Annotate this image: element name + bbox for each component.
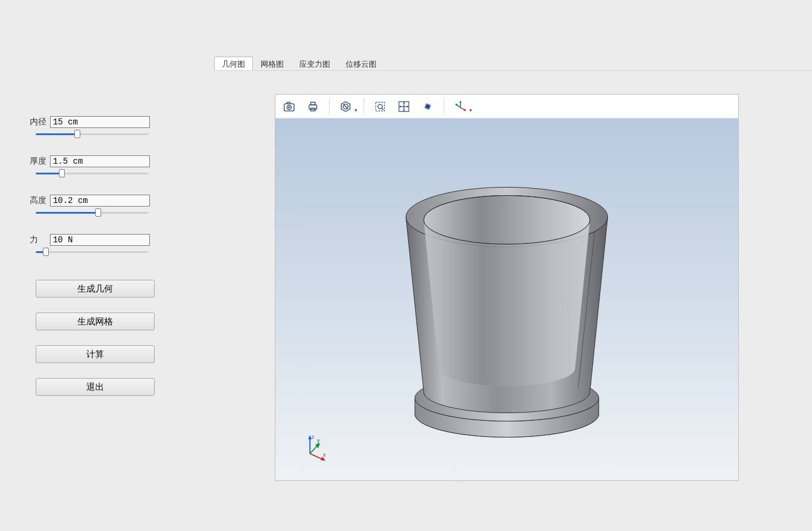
tab-stress[interactable]: 应变力图 xyxy=(291,57,338,71)
parameter-panel: 内径 厚度 高度 xyxy=(30,116,155,273)
axis-z-label: z xyxy=(312,434,315,440)
scene-canvas[interactable]: z x y xyxy=(275,118,738,480)
svg-point-2 xyxy=(288,106,290,108)
svg-rect-4 xyxy=(309,105,317,109)
svg-marker-23 xyxy=(459,100,462,102)
exit-button[interactable]: 退出 xyxy=(36,378,155,396)
print-icon[interactable] xyxy=(303,96,323,117)
param-label: 力 xyxy=(30,235,48,245)
param-inner-diameter: 内径 xyxy=(30,116,155,136)
generate-geometry-button[interactable]: 生成几何 xyxy=(36,280,155,298)
rotate-icon[interactable] xyxy=(418,96,438,117)
viewport-3d: ▾ ▾ xyxy=(275,94,739,481)
compute-button[interactable]: 计算 xyxy=(36,345,155,363)
pan-icon[interactable] xyxy=(394,96,414,117)
height-input[interactable] xyxy=(50,195,150,207)
thickness-input[interactable] xyxy=(50,155,150,167)
inner-diameter-input[interactable] xyxy=(50,116,150,128)
param-thickness: 厚度 xyxy=(30,155,155,176)
toolbar-separator xyxy=(444,98,444,115)
viewport-toolbar: ▾ ▾ xyxy=(275,95,738,118)
svg-point-32 xyxy=(424,195,590,244)
toolbar-separator xyxy=(329,98,330,115)
slider-thumb[interactable] xyxy=(43,248,49,256)
param-label: 高度 xyxy=(30,195,48,206)
zoom-box-icon[interactable] xyxy=(370,96,390,117)
axis-gizmo: z x y xyxy=(299,433,329,463)
camera-icon[interactable] xyxy=(279,96,299,117)
svg-rect-3 xyxy=(287,102,290,104)
param-height: 高度 xyxy=(30,195,155,215)
reset-icon[interactable] xyxy=(336,96,356,117)
toolbar-separator xyxy=(363,98,364,115)
tab-mesh[interactable]: 网格图 xyxy=(253,57,291,71)
force-input[interactable] xyxy=(50,234,150,246)
chevron-down-icon[interactable]: ▾ xyxy=(469,107,472,113)
slider-thumb[interactable] xyxy=(59,169,65,177)
action-button-group: 生成几何 生成网格 计算 退出 xyxy=(36,280,155,411)
model-cylinder xyxy=(275,118,738,480)
tab-displacement[interactable]: 位移云图 xyxy=(338,57,384,71)
axis-x-label: x xyxy=(323,452,326,458)
chevron-down-icon[interactable]: ▾ xyxy=(355,107,358,113)
tabbar-underline xyxy=(214,70,812,71)
svg-line-12 xyxy=(382,108,384,110)
force-slider[interactable] xyxy=(36,249,149,254)
slider-thumb[interactable] xyxy=(74,130,80,138)
svg-line-36 xyxy=(310,454,323,460)
svg-point-11 xyxy=(378,104,382,108)
param-force: 力 xyxy=(30,234,155,254)
thickness-slider[interactable] xyxy=(36,171,149,176)
inner-diameter-slider[interactable] xyxy=(36,132,149,136)
axis-y-label: y xyxy=(317,438,320,443)
param-label: 内径 xyxy=(30,117,48,127)
slider-thumb[interactable] xyxy=(95,208,101,217)
generate-mesh-button[interactable]: 生成网格 xyxy=(36,313,155,330)
height-slider[interactable] xyxy=(36,210,149,215)
svg-rect-5 xyxy=(311,102,315,105)
axes-icon[interactable] xyxy=(450,96,471,117)
view-tabs: 几何图 网格图 应变力图 位移云图 xyxy=(214,57,384,71)
tab-geometry[interactable]: 几何图 xyxy=(214,57,253,71)
param-label: 厚度 xyxy=(30,156,48,167)
